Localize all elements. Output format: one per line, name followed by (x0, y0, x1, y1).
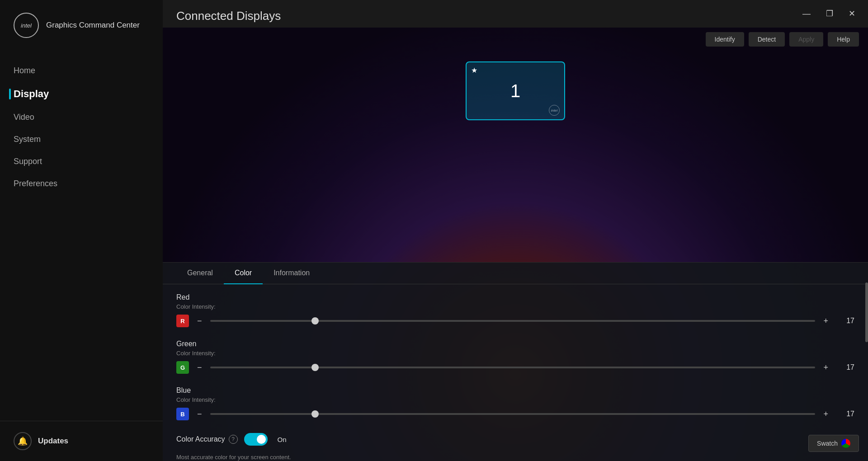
red-slider[interactable] (210, 320, 816, 322)
monitor-zone: ★ 1 intel (163, 28, 868, 154)
red-sublabel: Color Intensity: (176, 303, 854, 310)
close-button[interactable]: ✕ (845, 7, 859, 20)
detect-button[interactable]: Detect (749, 32, 785, 47)
swatch-button[interactable]: Swatch (808, 435, 859, 452)
monitor-intel-icon: intel (549, 105, 560, 116)
green-slider[interactable] (210, 367, 816, 368)
blue-slider-row: B − + 17 (176, 408, 854, 420)
blue-label: Blue (176, 386, 854, 395)
intel-logo-icon: intel (14, 13, 39, 38)
blue-value: 17 (836, 410, 854, 418)
sidebar-item-support[interactable]: Support (0, 151, 163, 173)
updates-item[interactable]: 🔔 Updates (14, 432, 149, 450)
blue-icon: B (176, 408, 189, 420)
window-controls: — ❐ ✕ (799, 7, 859, 20)
toggle-thumb (257, 435, 266, 444)
sidebar-item-home[interactable]: Home (0, 60, 163, 82)
red-label: Red (176, 293, 854, 301)
green-sublabel: Color Intensity: (176, 350, 854, 357)
color-accuracy-label: Color Accuracy ? (176, 435, 238, 444)
sidebar-item-system[interactable]: System (0, 128, 163, 151)
green-decrease-button[interactable]: − (195, 363, 204, 372)
monitor-number: 1 (510, 81, 520, 101)
display-toolbar: Identify Detect Apply Help (706, 32, 859, 47)
bell-icon: 🔔 (14, 432, 32, 450)
sidebar-header: intel Graphics Command Center (0, 0, 163, 51)
blue-section: Blue Color Intensity: B − + 17 (176, 386, 854, 420)
scrollbar-track (865, 263, 868, 461)
red-section: Red Color Intensity: R − + 17 (176, 293, 854, 327)
display-content: Identify Detect Apply Help ★ 1 intel Swa… (163, 28, 868, 461)
green-label: Green (176, 340, 854, 348)
blue-sublabel: Color Intensity: (176, 396, 854, 403)
apply-button[interactable]: Apply (789, 32, 823, 47)
green-slider-row: G − + 17 (176, 361, 854, 374)
tab-information[interactable]: Information (263, 263, 321, 284)
sidebar-bottom: 🔔 Updates (0, 421, 163, 461)
scrollbar-thumb[interactable] (865, 282, 868, 342)
sidebar-item-video[interactable]: Video (0, 106, 163, 128)
display-area: Connected Displays Identify Detect Apply… (163, 0, 868, 461)
color-accuracy-section: Color Accuracy ? On Most accurate color … (176, 433, 854, 461)
swatch-color-icon (841, 439, 850, 448)
tab-general[interactable]: General (176, 263, 224, 284)
color-accuracy-description: Most accurate color for your screen cont… (176, 454, 854, 461)
settings-panel: General Color Information Red Color Inte… (163, 262, 868, 461)
swatch-label: Swatch (817, 440, 838, 447)
green-increase-button[interactable]: + (821, 363, 830, 372)
tab-content-color: Red Color Intensity: R − + 17 (163, 284, 868, 461)
color-accuracy-row: Color Accuracy ? On Most accurate color … (176, 433, 854, 461)
sidebar: intel Graphics Command Center Home Displ… (0, 0, 163, 461)
red-increase-button[interactable]: + (821, 316, 830, 326)
minimize-button[interactable]: — (799, 7, 814, 20)
main-content: — ❐ ✕ Connected Displays Identify Detect… (163, 0, 868, 461)
tab-color[interactable]: Color (224, 263, 263, 284)
green-section: Green Color Intensity: G − + 17 (176, 340, 854, 374)
identify-button[interactable]: Identify (706, 32, 744, 47)
sidebar-nav: Home Display Video System Support Prefer… (0, 51, 163, 421)
toggle-on-label: On (278, 436, 287, 443)
sidebar-item-preferences[interactable]: Preferences (0, 173, 163, 195)
red-icon: R (176, 315, 189, 327)
sidebar-item-display[interactable]: Display (0, 82, 163, 106)
blue-decrease-button[interactable]: − (195, 409, 204, 419)
monitor-star-icon: ★ (471, 66, 477, 75)
green-value: 17 (836, 363, 854, 372)
monitor-card[interactable]: ★ 1 intel (466, 61, 565, 120)
app-title: Graphics Command Center (46, 21, 140, 30)
help-button[interactable]: Help (828, 32, 859, 47)
tab-bar: General Color Information (163, 263, 868, 284)
page-title: Connected Displays (163, 0, 868, 28)
color-accuracy-toggle[interactable] (244, 433, 268, 446)
blue-slider[interactable] (210, 413, 816, 415)
red-value: 17 (836, 317, 854, 325)
restore-window-button[interactable]: ❐ (822, 7, 837, 20)
red-decrease-button[interactable]: − (195, 316, 204, 326)
title-bar: — ❐ ✕ (790, 0, 868, 27)
green-icon: G (176, 361, 189, 374)
help-icon[interactable]: ? (229, 435, 238, 444)
blue-increase-button[interactable]: + (821, 409, 830, 419)
red-slider-row: R − + 17 (176, 315, 854, 327)
updates-label: Updates (38, 437, 68, 446)
